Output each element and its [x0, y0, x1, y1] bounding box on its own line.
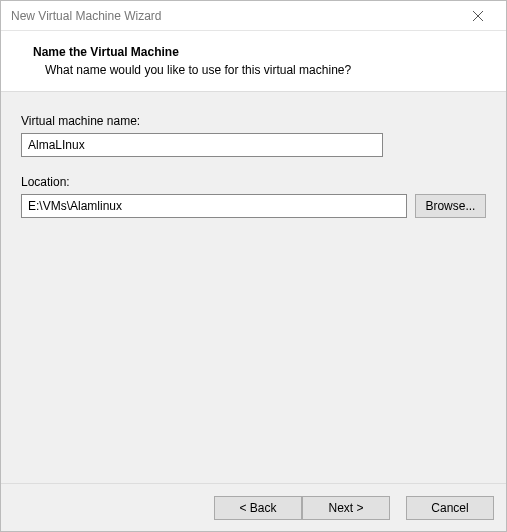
- back-button[interactable]: < Back: [214, 496, 302, 520]
- vm-name-label: Virtual machine name:: [21, 114, 486, 128]
- wizard-header: Name the Virtual Machine What name would…: [1, 31, 506, 92]
- page-title: Name the Virtual Machine: [33, 45, 486, 59]
- location-label: Location:: [21, 175, 486, 189]
- close-button[interactable]: [458, 2, 498, 30]
- vm-name-group: Virtual machine name:: [21, 114, 486, 157]
- cancel-button[interactable]: Cancel: [406, 496, 494, 520]
- wizard-content: Virtual machine name: Location: Browse..…: [1, 92, 506, 483]
- vm-name-input[interactable]: [21, 133, 383, 157]
- close-icon: [473, 11, 483, 21]
- location-group: Location: Browse...: [21, 175, 486, 218]
- browse-button[interactable]: Browse...: [415, 194, 486, 218]
- page-subtitle: What name would you like to use for this…: [33, 63, 486, 77]
- next-button[interactable]: Next >: [302, 496, 390, 520]
- titlebar: New Virtual Machine Wizard: [1, 1, 506, 31]
- nav-button-pair: < Back Next >: [214, 496, 390, 520]
- location-input[interactable]: [21, 194, 407, 218]
- window-title: New Virtual Machine Wizard: [11, 9, 162, 23]
- location-row: Browse...: [21, 194, 486, 218]
- wizard-footer: < Back Next > Cancel: [1, 483, 506, 531]
- wizard-window: New Virtual Machine Wizard Name the Virt…: [0, 0, 507, 532]
